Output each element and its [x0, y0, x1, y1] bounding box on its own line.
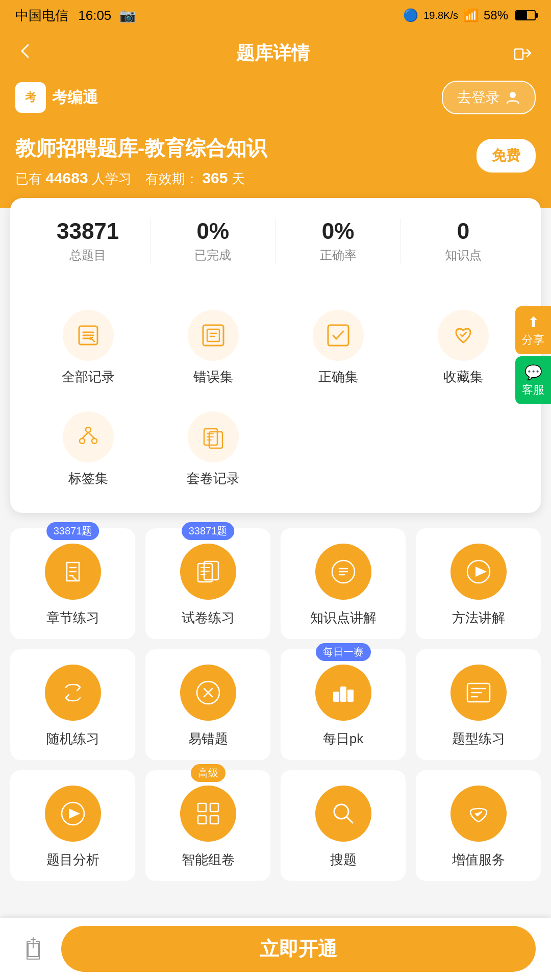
paper-badge: 33871题 — [182, 522, 235, 540]
stat-total: 33871 总题目 — [26, 218, 151, 263]
paper-icon — [180, 544, 236, 600]
tag-set-icon-wrap — [63, 411, 114, 462]
cta-button[interactable]: 立即开通 — [61, 926, 536, 972]
mistakes-icon — [180, 665, 236, 721]
svg-rect-17 — [333, 692, 339, 702]
stat-knowledge: 0 知识点 — [401, 218, 525, 263]
svg-point-8 — [92, 438, 97, 444]
practice-paper[interactable]: 33871题 试卷练习 — [145, 528, 270, 639]
svg-rect-5 — [328, 325, 348, 346]
smart-paper-label: 智能组卷 — [182, 851, 235, 869]
practice-grid-row1: 33871题 章节练习 33871题 试卷练习 — [10, 528, 541, 639]
divider — [26, 284, 525, 284]
func-all-records[interactable]: 全部记录 — [26, 300, 151, 396]
stat-completed: 0% 已完成 — [151, 218, 276, 263]
search-icon — [315, 786, 371, 842]
status-icons: 🔵 19.8K/s 📶 58% — [403, 8, 536, 22]
random-label: 随机练习 — [46, 730, 99, 748]
knowledge-icon — [315, 544, 371, 600]
header-content: 教师招聘题库-教育综合知识 已有 44683 人学习 有效期： 365 天 免费 — [0, 125, 551, 208]
func-error-set-label: 错误集 — [193, 368, 233, 386]
practice-daily-pk[interactable]: 每日一赛 每日pk — [281, 649, 406, 760]
func-grid-row2: 标签集 套卷记录 — [26, 396, 525, 498]
paper-record-icon-wrap — [188, 411, 239, 462]
mistakes-label: 易错题 — [188, 730, 228, 748]
brand-name: 考编通 — [52, 87, 98, 108]
float-right-buttons: ⬆ 分享 💬 客服 — [515, 306, 551, 404]
type-icon — [450, 665, 507, 721]
practice-type[interactable]: 题型练习 — [416, 649, 541, 760]
practice-smart-paper[interactable]: 高级 智能组卷 — [145, 770, 270, 881]
paper-record-icon — [200, 424, 227, 450]
float-share-button[interactable]: ⬆ 分享 — [515, 306, 551, 354]
analysis-icon — [45, 786, 101, 842]
practice-knowledge[interactable]: 知识点讲解 — [281, 528, 406, 639]
daily-pk-badge: 每日一赛 — [316, 643, 371, 661]
func-paper-record-label: 套卷记录 — [187, 470, 240, 487]
method-icon — [450, 544, 507, 600]
svg-point-1 — [510, 92, 516, 98]
practice-analysis[interactable]: 题目分析 — [10, 770, 135, 881]
svg-rect-0 — [515, 49, 523, 59]
course-meta: 已有 44683 人学习 有效期： 365 天 — [15, 169, 267, 188]
course-title: 教师招聘题库-教育综合知识 — [15, 135, 267, 161]
correct-set-icon-wrap — [313, 310, 364, 361]
daily-pk-label: 每日pk — [323, 730, 363, 748]
svg-rect-26 — [210, 816, 218, 824]
svg-rect-3 — [203, 325, 223, 346]
float-service-button[interactable]: 💬 客服 — [515, 356, 551, 404]
main-content: 33871题 章节练习 33871题 试卷练习 — [0, 513, 551, 881]
func-correct-set-label: 正确集 — [318, 368, 358, 386]
back-button[interactable] — [15, 41, 36, 66]
page-title: 题库详情 — [236, 41, 310, 66]
tag-set-icon — [75, 424, 102, 450]
share-button[interactable] — [510, 40, 536, 66]
smart-paper-icon — [180, 786, 236, 842]
status-bar: 中国电信 16:05 📷 🔵 19.8K/s 📶 58% — [0, 0, 551, 31]
practice-random[interactable]: 随机练习 — [10, 649, 135, 760]
func-correct-set[interactable]: 正确集 — [276, 300, 400, 396]
svg-rect-25 — [198, 816, 206, 824]
free-button[interactable]: 免费 — [477, 139, 536, 173]
knowledge-label: 知识点讲解 — [310, 609, 377, 627]
brand-bar: 考 考编通 去登录 — [0, 76, 551, 125]
error-set-icon-wrap — [188, 310, 239, 361]
func-tag-set[interactable]: 标签集 — [26, 401, 151, 498]
favorite-set-icon-wrap — [438, 310, 489, 361]
func-grid: 全部记录 错误集 正确集 — [26, 300, 525, 396]
value-added-label: 增值服务 — [452, 851, 505, 869]
battery-icon — [515, 10, 536, 20]
favorite-set-icon — [450, 322, 477, 349]
search-label: 搜题 — [330, 851, 357, 869]
func-tag-set-label: 标签集 — [68, 470, 108, 487]
brand-logo: 考 考编通 — [15, 82, 98, 113]
random-icon — [45, 665, 101, 721]
svg-marker-15 — [475, 567, 487, 577]
func-paper-record[interactable]: 套卷记录 — [151, 401, 276, 498]
paper-label: 试卷练习 — [182, 609, 235, 627]
header-title-block: 教师招聘题库-教育综合知识 已有 44683 人学习 有效期： 365 天 — [15, 135, 267, 188]
analysis-label: 题目分析 — [46, 851, 99, 869]
bottom-share-icon[interactable] — [15, 931, 51, 967]
svg-rect-23 — [198, 803, 206, 812]
svg-point-7 — [80, 438, 85, 444]
all-records-icon-wrap — [63, 310, 114, 361]
chapter-badge: 33871题 — [46, 522, 99, 540]
login-button[interactable]: 去登录 — [442, 81, 536, 114]
type-label: 题型练习 — [452, 730, 505, 748]
practice-method[interactable]: 方法讲解 — [416, 528, 541, 639]
func-error-set[interactable]: 错误集 — [151, 300, 276, 396]
practice-search[interactable]: 搜题 — [281, 770, 406, 881]
all-records-icon — [75, 322, 102, 349]
logo-icon: 考 — [15, 82, 46, 113]
stats-card: 33871 总题目 0% 已完成 0% 正确率 0 知识点 — [10, 198, 541, 513]
practice-value-added[interactable]: 增值服务 — [416, 770, 541, 881]
func-favorite-set[interactable]: 收藏集 — [400, 300, 525, 396]
status-carrier-time: 中国电信 16:05 📷 — [15, 7, 136, 24]
chapter-icon — [45, 544, 101, 600]
practice-chapter[interactable]: 33871题 章节练习 — [10, 528, 135, 639]
svg-rect-4 — [207, 329, 219, 341]
func-favorite-set-label: 收藏集 — [443, 368, 483, 386]
practice-mistakes[interactable]: 易错题 — [145, 649, 270, 760]
svg-rect-19 — [347, 690, 354, 702]
